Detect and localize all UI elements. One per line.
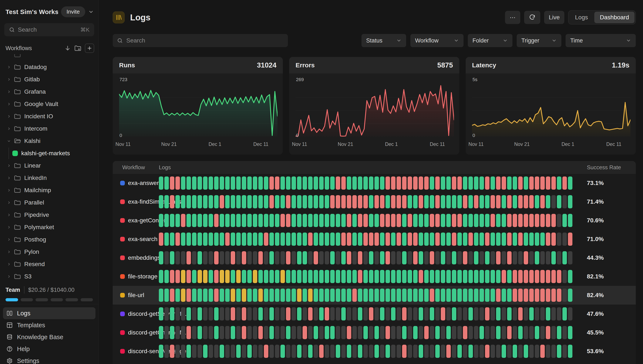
log-status-bar[interactable] [347,270,351,283]
table-row-exa-search[interactable]: exa-search71.0% [113,230,636,248]
table-row-exa-findsimilarlinks[interactable]: exa-findSimilarLinks71.4% [113,192,636,211]
log-status-bar[interactable] [264,176,268,190]
log-status-bar[interactable] [419,251,423,264]
log-status-bar[interactable] [402,214,406,227]
log-status-bar[interactable] [186,214,191,227]
log-status-bar[interactable] [286,232,290,246]
log-status-bar[interactable] [330,288,335,302]
sidebar-item-help[interactable]: Help [3,343,95,355]
log-status-bar[interactable] [358,307,362,320]
log-status-bar[interactable] [396,232,401,246]
log-status-bar[interactable] [303,214,307,227]
log-status-bar[interactable] [518,307,523,320]
log-status-bar[interactable] [203,195,207,208]
log-status-bar[interactable] [513,288,517,302]
log-status-bar[interactable] [292,176,296,190]
log-status-bar[interactable] [380,307,384,320]
log-status-bar[interactable] [457,176,462,190]
log-status-bar[interactable] [292,195,296,208]
log-status-bar[interactable] [231,345,235,358]
log-status-bar[interactable] [214,214,219,227]
log-status-bar[interactable] [408,195,412,208]
log-status-bar[interactable] [336,251,340,264]
log-status-bar[interactable] [197,345,202,358]
log-status-bar[interactable] [513,307,517,320]
log-status-bar[interactable] [485,307,490,320]
log-status-bar[interactable] [408,214,412,227]
log-status-bar[interactable] [314,195,318,208]
log-status-bar[interactable] [358,176,362,190]
log-status-bar[interactable] [225,214,230,227]
log-status-bar[interactable] [524,251,528,264]
log-status-bar[interactable] [513,195,517,208]
log-status-bar[interactable] [491,345,495,358]
log-status-bar[interactable] [175,307,180,320]
log-status-bar[interactable] [496,270,501,283]
log-status-bar[interactable] [264,232,268,246]
log-status-bar[interactable] [253,195,257,208]
log-status-bar[interactable] [170,232,174,246]
folder-row-gitlab[interactable]: Gitlab [0,73,98,86]
log-status-bar[interactable] [164,326,169,339]
log-status-bar[interactable] [236,251,241,264]
log-status-bar[interactable] [496,326,501,339]
log-status-bar[interactable] [197,232,202,246]
log-status-bar[interactable] [402,176,406,190]
log-status-bar[interactable] [408,232,412,246]
log-status-bar[interactable] [281,176,285,190]
log-status-bar[interactable] [192,251,196,264]
log-status-bar[interactable] [330,214,335,227]
log-status-bar[interactable] [435,307,440,320]
workflow-name[interactable]: exa-answer [128,180,159,186]
filter-dropdown-time[interactable]: Time [566,34,636,47]
log-status-bar[interactable] [203,270,207,283]
log-status-bar[interactable] [546,345,550,358]
log-status-bar[interactable] [275,214,279,227]
log-status-bar[interactable] [341,270,346,283]
log-status-bar[interactable] [380,214,384,227]
log-status-bar[interactable] [469,307,473,320]
log-status-bar[interactable] [435,288,440,302]
folder-row-resend[interactable]: Resend [0,258,98,270]
workflow-item-kalshi-get-markets[interactable]: kalshi-get-markets [0,147,98,160]
log-status-bar[interactable] [303,195,307,208]
log-status-bar[interactable] [170,195,174,208]
log-status-bar[interactable] [170,214,174,227]
log-status-bar[interactable] [480,176,484,190]
log-status-bar[interactable] [513,326,517,339]
log-status-bar[interactable] [242,326,246,339]
log-status-bar[interactable] [330,270,335,283]
folder-row-mailchimp[interactable]: Mailchimp [0,184,98,196]
log-status-bar[interactable] [502,288,506,302]
folder-row-incident-io[interactable]: Incident IO [0,110,98,122]
log-status-bar[interactable] [208,345,213,358]
log-status-bar[interactable] [269,232,274,246]
log-status-bar[interactable] [159,270,163,283]
log-status-bar[interactable] [557,214,561,227]
log-status-bar[interactable] [358,270,362,283]
log-status-bar[interactable] [535,251,539,264]
log-status-bar[interactable] [352,326,357,339]
log-status-bar[interactable] [236,214,241,227]
log-status-bar[interactable] [308,176,313,190]
log-status-bar[interactable] [186,195,191,208]
log-status-bar[interactable] [242,176,246,190]
log-status-bar[interactable] [319,232,324,246]
log-status-bar[interactable] [385,326,390,339]
log-status-bar[interactable] [457,270,462,283]
log-status-bar[interactable] [496,214,501,227]
log-status-bar[interactable] [568,176,572,190]
log-status-bar[interactable] [419,214,423,227]
log-status-bar[interactable] [159,176,163,190]
log-status-bar[interactable] [363,270,368,283]
log-status-bar[interactable] [347,326,351,339]
log-status-bar[interactable] [551,214,556,227]
log-status-bar[interactable] [247,232,252,246]
log-status-bar[interactable] [336,232,340,246]
log-status-bar[interactable] [352,288,357,302]
log-status-bar[interactable] [524,232,528,246]
log-status-bar[interactable] [236,176,241,190]
log-status-bar[interactable] [480,195,484,208]
log-status-bar[interactable] [286,251,290,264]
log-status-bar[interactable] [281,270,285,283]
